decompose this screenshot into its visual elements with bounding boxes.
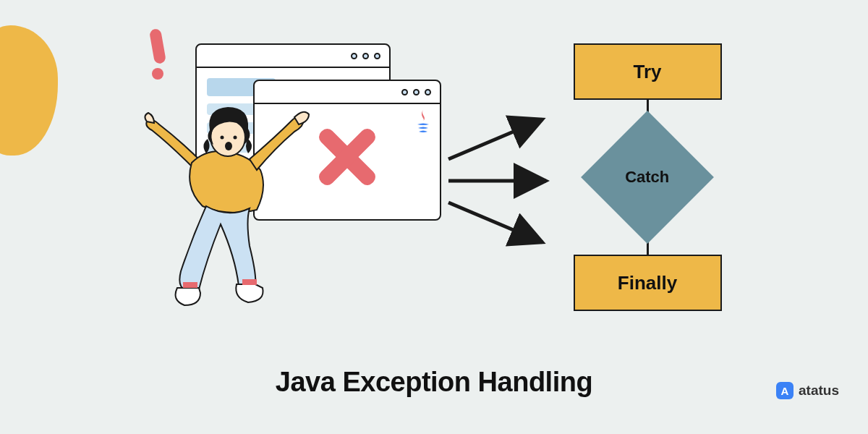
window-header (197, 45, 389, 68)
window-dot-icon (413, 89, 420, 95)
svg-point-2 (234, 136, 237, 140)
svg-point-1 (221, 136, 224, 140)
flowchart: Try Catch Finally (568, 43, 727, 311)
flow-label: Catch (625, 168, 669, 187)
svg-line-8 (448, 203, 542, 242)
window-dot-icon (425, 89, 431, 95)
svg-point-3 (225, 142, 232, 150)
svg-rect-4 (183, 282, 197, 288)
flow-box-finally: Finally (574, 255, 722, 311)
flow-box-try: Try (574, 43, 722, 100)
svg-rect-5 (242, 279, 257, 285)
person-illustration (141, 87, 322, 318)
brand-name: atatus (799, 383, 839, 399)
exclamation-icon (152, 29, 163, 80)
window-dot-icon (374, 53, 380, 59)
window-dot-icon (351, 53, 357, 59)
window-dot-icon (401, 89, 408, 95)
brand-logo-icon: A (776, 382, 793, 399)
arrows-group (441, 109, 557, 253)
illustration-group (123, 36, 456, 289)
flow-label: Finally (618, 272, 677, 294)
window-dot-icon (362, 53, 369, 59)
flow-diamond-catch: Catch (600, 130, 694, 224)
flow-label: Try (633, 61, 661, 83)
error-x-icon (315, 124, 380, 190)
page-title: Java Exception Handling (276, 367, 592, 398)
svg-line-6 (448, 119, 542, 159)
java-logo-icon (414, 110, 433, 139)
decorative-blob (0, 25, 58, 156)
brand: A atatus (776, 382, 839, 399)
